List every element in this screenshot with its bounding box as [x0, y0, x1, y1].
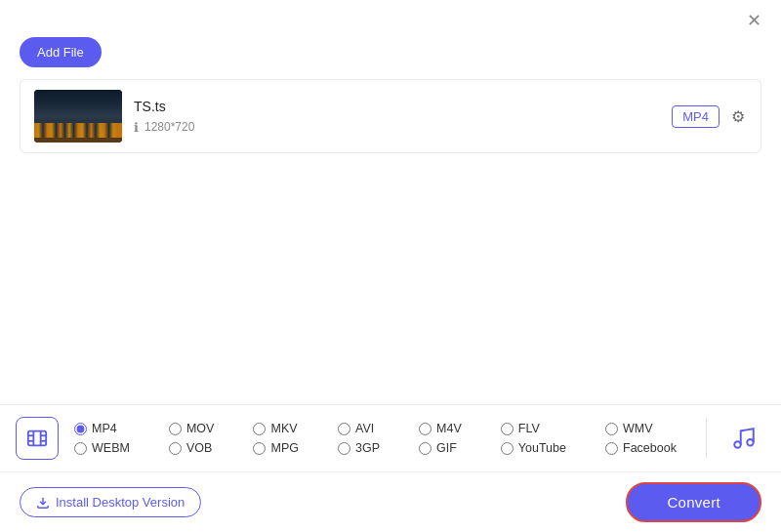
divider: [706, 419, 707, 458]
file-item: TS.ts ℹ 1280*720 MP4 ⚙: [21, 80, 760, 152]
svg-point-7: [734, 441, 741, 448]
format-grid: MP4 MOV MKV AVI M4V FLV: [74, 422, 700, 455]
install-desktop-button[interactable]: Install Desktop Version: [20, 487, 201, 517]
install-label: Install Desktop Version: [56, 495, 185, 510]
main-content: [0, 153, 781, 397]
file-actions: MP4 ⚙: [672, 105, 747, 128]
format-youtube[interactable]: YouTube: [501, 441, 590, 455]
format-badge[interactable]: MP4: [672, 105, 719, 128]
bottom-panel: MP4 MOV MKV AVI M4V FLV: [0, 404, 781, 532]
format-wmv[interactable]: WMV: [605, 422, 700, 435]
format-m4v[interactable]: M4V: [419, 422, 485, 435]
format-vob[interactable]: VOB: [169, 441, 238, 455]
format-gif[interactable]: GIF: [419, 441, 485, 455]
title-bar: ✕: [0, 0, 781, 37]
format-facebook[interactable]: Facebook: [605, 441, 700, 455]
file-resolution: 1280*720: [144, 120, 194, 134]
add-file-button[interactable]: Add File: [20, 37, 102, 67]
file-list: TS.ts ℹ 1280*720 MP4 ⚙: [20, 79, 761, 153]
download-icon: [36, 496, 50, 510]
format-avi[interactable]: AVI: [338, 422, 403, 435]
music-icon-wrap[interactable]: [722, 417, 765, 460]
format-mkv[interactable]: MKV: [253, 422, 322, 435]
format-selector: MP4 MOV MKV AVI M4V FLV: [0, 405, 781, 472]
info-icon: ℹ: [134, 120, 139, 135]
close-button[interactable]: ✕: [743, 10, 765, 31]
format-webm[interactable]: WEBM: [74, 441, 153, 455]
format-3gp[interactable]: 3GP: [338, 441, 403, 455]
settings-button[interactable]: ⚙: [729, 105, 747, 128]
svg-rect-0: [28, 431, 46, 446]
film-icon: [26, 428, 48, 449]
format-mp4[interactable]: MP4: [74, 422, 153, 435]
svg-point-8: [747, 439, 754, 446]
file-name: TS.ts: [134, 99, 672, 114]
convert-button[interactable]: Convert: [626, 482, 761, 522]
music-icon: [731, 426, 757, 451]
format-mpg[interactable]: MPG: [253, 441, 322, 455]
bottom-actions: Install Desktop Version Convert: [0, 472, 781, 532]
file-info: TS.ts ℹ 1280*720: [122, 99, 672, 135]
video-format-icon-wrap[interactable]: [16, 417, 59, 460]
file-thumbnail: [34, 90, 122, 143]
file-meta: ℹ 1280*720: [134, 120, 672, 135]
toolbar: Add File: [0, 37, 781, 79]
format-mov[interactable]: MOV: [169, 422, 238, 435]
format-flv[interactable]: FLV: [501, 422, 590, 435]
